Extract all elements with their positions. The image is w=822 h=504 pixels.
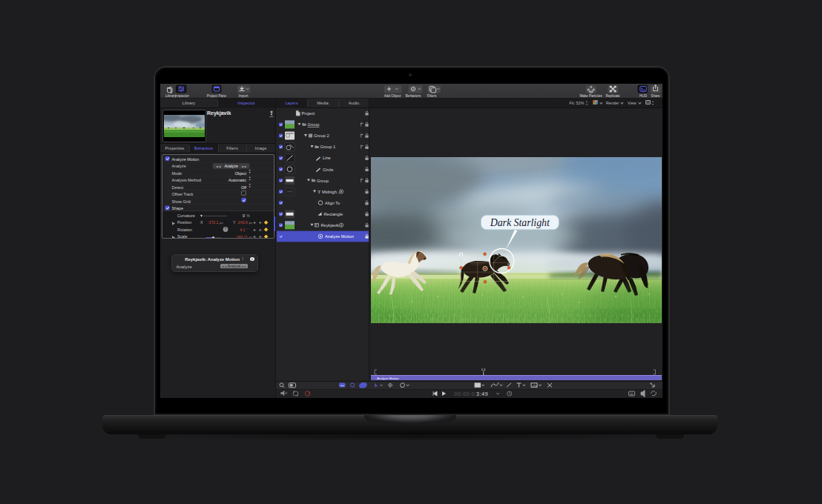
svg-text:183.11: 183.11 [236, 234, 248, 238]
svg-text:Offset Track: Offset Track [171, 192, 193, 196]
svg-text:Analysis Method: Analysis Method [171, 178, 201, 182]
svg-text:Line: Line [323, 156, 331, 160]
svg-text:Rectangle: Rectangle [324, 212, 343, 216]
svg-text:3:49: 3:49 [476, 391, 489, 397]
svg-text:4.1: 4.1 [240, 227, 245, 231]
svg-text:X: X [200, 220, 203, 225]
svg-text:00:00:0: 00:00:0 [454, 391, 476, 397]
svg-text:°: ° [247, 227, 249, 231]
svg-text:Detect: Detect [171, 185, 183, 189]
svg-text:►: ► [258, 220, 262, 225]
svg-text:Analyze: Analyze [171, 164, 185, 168]
svg-text:Dark Starlight: Dark Starlight [490, 217, 550, 228]
svg-text:Scale: Scale [177, 234, 188, 239]
svg-text:Analyze Motion: Analyze Motion [171, 156, 199, 161]
svg-text:►: ► [258, 234, 262, 239]
svg-text:Rotation: Rotation [177, 227, 192, 231]
svg-text:◄: ◄ [252, 234, 256, 239]
svg-text:0: 0 [243, 213, 245, 217]
svg-text:Group 1: Group 1 [320, 145, 336, 149]
svg-text:Analyze: Analyze [224, 163, 238, 168]
svg-text:Circle: Circle [323, 168, 334, 172]
svg-text:Midnigh...: Midnigh... [322, 190, 341, 194]
svg-text:Object: Object [234, 170, 246, 175]
svg-text:Group: Group [308, 122, 320, 127]
svg-text:Y: Y [233, 220, 236, 225]
svg-text:◄◄: ◄◄ [215, 165, 220, 168]
svg-text:►►: ►► [241, 165, 246, 168]
svg-text:-243.6: -243.6 [237, 220, 248, 225]
svg-text:Curvature: Curvature [177, 213, 195, 217]
svg-text:Show Grid: Show Grid [171, 199, 190, 203]
svg-text:Off: Off [240, 185, 246, 189]
svg-text:Mode: Mode [171, 170, 182, 175]
svg-text:Group: Group [317, 179, 329, 183]
svg-text:T: T [318, 189, 321, 195]
svg-text:Align To: Align To [325, 201, 340, 205]
svg-text:►: ► [258, 227, 262, 231]
svg-text:◄: ◄ [252, 220, 256, 225]
svg-text:Analyze Motion: Analyze Motion [325, 234, 354, 239]
svg-text:Project: Project [302, 111, 315, 116]
svg-text:Automatic: Automatic [228, 178, 246, 182]
svg-text:◄: ◄ [252, 227, 256, 231]
svg-text:Shape: Shape [171, 206, 183, 210]
svg-text:px: px [220, 221, 223, 225]
svg-text:Analyze: Analyze [227, 265, 240, 268]
svg-text:%: % [249, 235, 251, 238]
svg-text:◄◄: ◄◄ [221, 265, 226, 268]
svg-text:►►: ►► [241, 265, 246, 268]
svg-text:Group 2: Group 2 [314, 133, 329, 138]
svg-text:Reykjavik: Reykjavik [321, 223, 339, 228]
svg-text:-372.1: -372.1 [207, 220, 218, 225]
svg-text:%: % [246, 213, 250, 217]
svg-text:Position: Position [177, 220, 191, 225]
